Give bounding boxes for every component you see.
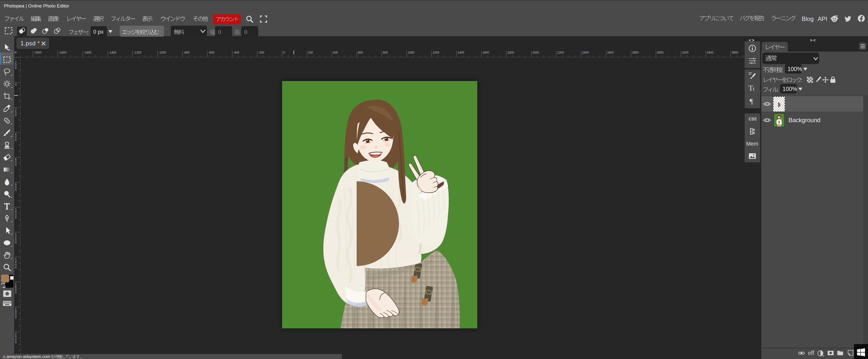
svg-text:CSS: CSS [749, 117, 756, 121]
svg-text:0: 0 [15, 83, 17, 87]
svg-text:600: 600 [358, 51, 363, 54]
svg-text:-1200: -1200 [133, 51, 141, 54]
svg-text:1000: 1000 [408, 51, 414, 54]
svg-text:1200: 1200 [433, 51, 439, 54]
svg-text:-600: -600 [208, 51, 214, 54]
svg-text:2400: 2400 [582, 51, 589, 54]
svg-text:3600: 3600 [732, 51, 738, 54]
svg-text:2800: 2800 [632, 51, 639, 54]
svg-text:-1400: -1400 [108, 51, 116, 54]
svg-text:0: 0 [15, 340, 17, 344]
svg-text:0: 0 [15, 291, 17, 294]
svg-text:3000: 3000 [657, 51, 664, 54]
svg-text:-1600: -1600 [84, 51, 91, 54]
svg-text:t: t [753, 86, 754, 92]
svg-text:-800: -800 [183, 51, 189, 54]
svg-text:0: 0 [15, 266, 17, 269]
svg-text:1800: 1800 [507, 51, 514, 54]
svg-text:400: 400 [333, 51, 338, 54]
svg-text:2200: 2200 [557, 51, 564, 54]
svg-text:-1800: -1800 [59, 51, 66, 54]
svg-text:800: 800 [383, 51, 388, 54]
svg-text:0: 0 [15, 114, 17, 117]
svg-text:¶: ¶ [750, 97, 753, 105]
svg-text:0: 0 [15, 138, 17, 142]
svg-text:2600: 2600 [607, 51, 614, 54]
svg-text:0: 0 [15, 188, 17, 192]
svg-text:3400: 3400 [707, 51, 713, 54]
svg-text:0: 0 [15, 216, 17, 219]
svg-text:1600: 1600 [483, 51, 489, 54]
svg-text:200: 200 [308, 51, 313, 54]
svg-text:1400: 1400 [458, 51, 464, 54]
svg-text:-200: -200 [258, 51, 264, 54]
svg-text:-400: -400 [233, 51, 239, 54]
svg-text:T: T [748, 85, 753, 92]
svg-text:-2000: -2000 [34, 51, 42, 54]
svg-text:2000: 2000 [532, 51, 539, 54]
svg-text:-1000: -1000 [158, 51, 166, 54]
svg-text:0: 0 [15, 163, 17, 167]
svg-text:0: 0 [15, 241, 17, 244]
svg-text:0: 0 [283, 51, 285, 54]
svg-text:3200: 3200 [682, 51, 688, 54]
svg-text:0: 0 [15, 66, 17, 70]
svg-text:0: 0 [15, 316, 17, 319]
